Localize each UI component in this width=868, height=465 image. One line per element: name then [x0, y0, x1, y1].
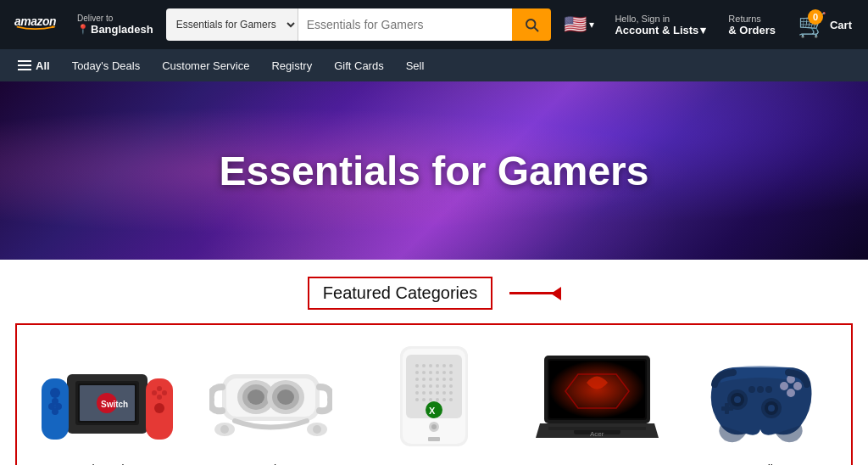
hero-banner: Essentials for Gamers — [0, 81, 868, 260]
category-laptops[interactable]: Acer Laptops — [521, 342, 674, 465]
svg-point-42 — [449, 364, 453, 367]
svg-point-48 — [449, 371, 453, 374]
svg-point-98 — [757, 386, 764, 393]
svg-point-51 — [429, 378, 432, 381]
sidebar-item-registry[interactable]: Registry — [262, 53, 321, 78]
svg-point-90 — [768, 405, 775, 412]
category-oculus[interactable]: Oculus — [194, 342, 347, 465]
location-pin-icon: 📍 — [77, 24, 89, 35]
returns-section[interactable]: Returns & Orders — [721, 9, 783, 41]
svg-point-47 — [442, 371, 446, 374]
svg-point-33 — [313, 425, 321, 434]
svg-text:Acer: Acer — [590, 430, 604, 438]
svg-point-55 — [415, 384, 419, 388]
nintendo-image: Switch — [37, 342, 177, 452]
chevron-down-icon: ▾ — [589, 19, 594, 31]
svg-point-65 — [442, 391, 446, 395]
oculus-image — [209, 342, 332, 452]
search-category-select[interactable]: Essentials for Gamers All Electronics Vi… — [166, 8, 298, 41]
category-controllers[interactable]: Controllers — [685, 342, 837, 465]
cart-count: 0 — [808, 9, 823, 25]
svg-point-26 — [248, 389, 264, 405]
svg-point-41 — [442, 364, 446, 367]
category-grid: Switch — [25, 342, 843, 465]
svg-point-46 — [436, 371, 439, 374]
category-xbox[interactable]: X XBOX — [358, 342, 510, 465]
account-lists-text: Account & Lists ▾ — [615, 24, 706, 36]
svg-point-71 — [442, 398, 446, 401]
svg-rect-77 — [428, 437, 440, 441]
svg-point-70 — [436, 398, 439, 401]
returns-label: Returns — [728, 14, 776, 24]
svg-point-20 — [162, 390, 167, 395]
secondary-navigation: All Today's Deals Customer Service Regis… — [0, 49, 868, 81]
svg-point-45 — [429, 371, 432, 374]
svg-point-60 — [449, 384, 453, 388]
svg-point-37 — [415, 364, 419, 367]
search-input[interactable] — [298, 8, 513, 41]
sidebar-item-todays-deals[interactable]: Today's Deals — [63, 53, 150, 78]
language-flag-button[interactable]: 🇺🇸 ▾ — [558, 9, 600, 40]
svg-point-39 — [429, 364, 432, 367]
featured-section: Featured Categories — [0, 260, 868, 465]
svg-point-76 — [431, 424, 437, 429]
svg-point-95 — [793, 382, 802, 390]
svg-point-19 — [157, 386, 162, 391]
svg-point-44 — [422, 371, 426, 374]
svg-point-40 — [436, 364, 439, 367]
top-navigation: amazon Deliver to 📍 Bangladesh Essential… — [0, 0, 868, 49]
amazon-logo[interactable]: amazon — [8, 5, 64, 44]
svg-point-94 — [780, 382, 788, 390]
svg-rect-81 — [549, 361, 645, 418]
featured-categories-title: Featured Categories — [308, 277, 492, 310]
sidebar-item-customer-service[interactable]: Customer Service — [153, 53, 259, 78]
svg-point-11 — [50, 388, 60, 398]
svg-point-50 — [422, 378, 426, 381]
featured-header: Featured Categories — [8, 277, 860, 310]
svg-text:Switch: Switch — [101, 400, 128, 409]
svg-point-21 — [157, 395, 162, 400]
sidebar-item-sell[interactable]: Sell — [397, 53, 434, 78]
category-grid-wrapper: Switch — [15, 323, 853, 465]
svg-rect-92 — [725, 403, 729, 414]
svg-point-97 — [748, 386, 755, 393]
account-section[interactable]: Hello, Sign in Account & Lists ▾ — [607, 9, 714, 41]
svg-point-93 — [787, 389, 795, 397]
arrow-icon — [509, 292, 560, 294]
all-label: All — [36, 59, 50, 72]
svg-point-43 — [415, 371, 419, 374]
svg-point-61 — [415, 391, 419, 395]
svg-point-63 — [429, 391, 432, 395]
xbox-image: X — [387, 342, 481, 452]
orders-text: & Orders — [728, 24, 776, 36]
svg-point-54 — [449, 378, 453, 381]
svg-text:amazon: amazon — [14, 14, 56, 28]
hello-text: Hello, Sign in — [615, 14, 706, 24]
svg-point-18 — [152, 390, 157, 395]
cart-section[interactable]: 🛒 0 Cart — [790, 7, 860, 43]
controllers-image — [691, 342, 831, 452]
sidebar-item-gift-cards[interactable]: Gift Cards — [325, 53, 393, 78]
svg-point-17 — [154, 403, 164, 413]
svg-point-59 — [442, 384, 446, 388]
search-button[interactable] — [512, 8, 551, 41]
hero-title: Essentials for Gamers — [220, 148, 649, 194]
svg-point-49 — [415, 378, 419, 381]
flag-icon: 🇺🇸 — [564, 14, 587, 36]
deliver-label: Deliver to — [77, 14, 113, 23]
svg-point-38 — [422, 364, 426, 367]
location-name: 📍 Bangladesh — [77, 23, 153, 36]
svg-point-87 — [734, 396, 741, 403]
all-menu-button[interactable]: All — [8, 53, 59, 78]
svg-point-67 — [415, 398, 419, 401]
svg-point-15 — [52, 408, 58, 415]
svg-point-52 — [436, 378, 439, 381]
search-bar: Essentials for Gamers All Electronics Vi… — [166, 8, 552, 41]
svg-point-56 — [422, 384, 426, 388]
category-nintendo[interactable]: Switch — [31, 342, 183, 465]
svg-point-69 — [429, 398, 432, 401]
deliver-to[interactable]: Deliver to 📍 Bangladesh — [71, 9, 159, 40]
svg-point-72 — [449, 398, 453, 401]
hamburger-icon — [18, 60, 31, 70]
svg-point-68 — [422, 398, 426, 401]
